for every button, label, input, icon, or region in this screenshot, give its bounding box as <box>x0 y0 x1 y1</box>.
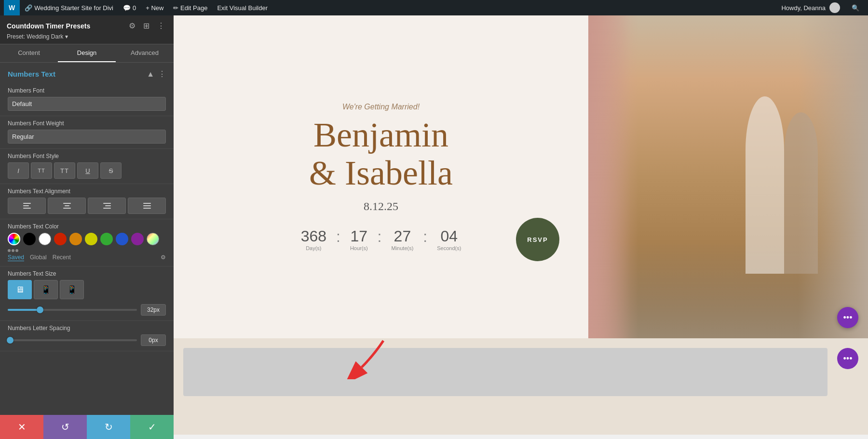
comments-link[interactable]: 💬 0 <box>118 0 141 15</box>
numbers-font-weight-field: Numbers Font Weight Regular Bold Light <box>0 116 174 149</box>
numbers-text-alignment-label: Numbers Text Alignment <box>8 188 166 195</box>
panel-settings-icon[interactable]: ⚙ <box>127 20 137 31</box>
color-tab-recent[interactable]: Recent <box>53 254 71 261</box>
new-link[interactable]: + New <box>141 0 168 15</box>
color-swatch-yellow[interactable] <box>85 233 97 245</box>
edit-page-link[interactable]: ✏ Edit Page <box>168 0 212 15</box>
text-size-slider-row <box>8 304 166 316</box>
countdown-hours: 17 Hour(s) <box>350 227 368 251</box>
close-icon: ✕ <box>18 421 26 433</box>
wedding-tagline: We're Getting Married! <box>342 103 420 111</box>
color-swatch-orange[interactable] <box>69 233 82 245</box>
countdown-days: 368 Day(s) <box>301 227 326 251</box>
numbers-font-weight-select[interactable]: Regular Bold Light <box>8 130 166 144</box>
wedding-photo-section <box>588 15 868 338</box>
underline-btn[interactable]: U <box>77 162 98 179</box>
tablet-icon: 📱 <box>41 284 51 295</box>
numbers-font-field: Numbers Font Default Georgia Arial <box>0 83 174 116</box>
purple-dot-icon: ••• <box>843 354 853 364</box>
strikethrough-btn[interactable]: S <box>100 162 122 179</box>
align-justify-btn[interactable] <box>128 198 166 214</box>
mobile-icon: 📱 <box>67 284 77 295</box>
wedding-date: 8.12.25 <box>364 200 398 213</box>
numbers-text-size-field: Numbers Text Size 🖥 📱 📱 <box>0 266 174 321</box>
color-swatch-white[interactable] <box>39 233 51 245</box>
bottom-toolbar: ✕ ↺ ↻ ✓ <box>0 415 174 439</box>
countdown-sep-3: : <box>423 228 427 246</box>
divi-fab-container: ••• <box>837 307 858 328</box>
undo-button[interactable]: ↺ <box>43 415 87 439</box>
preset-dropdown-icon: ▾ <box>65 33 68 40</box>
site-name-link[interactable]: 🔗 Wedding Starter Site for Divi <box>20 0 118 15</box>
search-button[interactable]: 🔍 <box>847 4 864 12</box>
wp-logo[interactable]: W <box>4 0 20 15</box>
desktop-btn[interactable]: 🖥 <box>8 280 32 299</box>
color-swatch-green[interactable] <box>100 233 113 245</box>
letter-spacing-slider-track[interactable] <box>8 339 137 341</box>
section-collapse-btn[interactable]: ▲ <box>147 70 154 79</box>
color-swatches <box>8 233 166 245</box>
numbers-text-color-field: Numbers Text Color <box>0 219 174 266</box>
italic-btn[interactable]: I <box>8 162 29 179</box>
user-label[interactable]: Howdy, Deanna <box>776 2 845 13</box>
numbers-text-alignment-field: Numbers Text Alignment <box>0 184 174 219</box>
wedding-section: We're Getting Married! Benjamin & Isabel… <box>174 15 868 338</box>
section-header-icons: ▲ ⋮ <box>147 69 166 79</box>
divi-fab-icon: ••• <box>843 313 853 323</box>
tab-design[interactable]: Design <box>58 44 116 62</box>
left-panel: Countdown Timer Presets ⚙ ⊞ ⋮ Preset: We… <box>0 15 174 439</box>
search-icon: 🔍 <box>852 4 859 12</box>
align-left-btn[interactable] <box>8 198 46 214</box>
align-right-btn[interactable] <box>88 198 126 214</box>
numbers-text-section-header: Numbers Text ▲ ⋮ <box>0 63 174 83</box>
rsvp-button[interactable]: RSVP <box>516 218 559 261</box>
exit-builder-link[interactable]: Exit Visual Builder <box>212 0 272 15</box>
align-center-btn[interactable] <box>48 198 86 214</box>
color-swatch-purple[interactable] <box>131 233 144 245</box>
capitalize-btn[interactable]: Tt <box>54 162 75 179</box>
font-style-buttons: I TT Tt U S <box>8 162 166 179</box>
tab-advanced[interactable]: Advanced <box>116 44 174 62</box>
color-swatch-black[interactable] <box>23 233 36 245</box>
section-more-btn[interactable]: ⋮ <box>158 69 166 79</box>
color-tab-saved[interactable]: Saved <box>8 254 24 261</box>
wedding-names: Benjamin & Isabella <box>309 116 453 192</box>
panel-more-icon[interactable]: ⋮ <box>155 20 167 31</box>
text-size-value-input[interactable] <box>141 304 166 316</box>
letter-spacing-value-input[interactable] <box>141 334 166 346</box>
tablet-btn[interactable]: 📱 <box>34 280 58 299</box>
color-tab-global[interactable]: Global <box>30 254 47 261</box>
numbers-font-label: Numbers Font <box>8 87 166 94</box>
redo-button[interactable]: ↻ <box>87 415 130 439</box>
save-button[interactable]: ✓ <box>130 415 174 439</box>
uppercase-btn[interactable]: TT <box>31 162 52 179</box>
gray-block <box>183 348 827 396</box>
letter-spacing-slider-thumb[interactable] <box>7 337 14 344</box>
color-swatch-pick[interactable] <box>147 233 159 245</box>
color-tabs: Saved Global Recent ⚙ <box>8 254 166 261</box>
panel-header: Countdown Timer Presets ⚙ ⊞ ⋮ Preset: We… <box>0 15 174 44</box>
numbers-font-select[interactable]: Default Georgia Arial <box>8 97 166 111</box>
letter-spacing-slider-row <box>8 334 166 346</box>
numbers-font-weight-label: Numbers Font Weight <box>8 120 166 127</box>
mobile-btn[interactable]: 📱 <box>60 280 84 299</box>
color-swatch-blue[interactable] <box>116 233 128 245</box>
text-size-slider-thumb[interactable] <box>37 306 43 313</box>
responsive-buttons: 🖥 📱 📱 <box>8 280 166 299</box>
numbers-font-style-field: Numbers Font Style I TT Tt U S <box>0 149 174 184</box>
desktop-icon: 🖥 <box>15 285 24 295</box>
divi-fab[interactable]: ••• <box>837 307 858 328</box>
countdown-sep-2: : <box>378 228 382 246</box>
undo-icon: ↺ <box>61 421 69 433</box>
tab-content[interactable]: Content <box>0 44 58 62</box>
panel-layout-icon[interactable]: ⊞ <box>141 20 151 31</box>
redo-icon: ↻ <box>105 421 113 433</box>
text-size-slider-track[interactable] <box>8 309 137 311</box>
color-swatch-custom[interactable] <box>8 233 20 245</box>
main-content: ↕ We're Getting Married! Benjamin & Isab… <box>174 15 868 439</box>
panel-title: Countdown Timer Presets <box>7 22 90 30</box>
close-button[interactable]: ✕ <box>0 415 43 439</box>
color-settings-icon[interactable]: ⚙ <box>161 254 166 261</box>
color-swatch-red[interactable] <box>54 233 67 245</box>
purple-dot-fab[interactable]: ••• <box>837 348 858 369</box>
